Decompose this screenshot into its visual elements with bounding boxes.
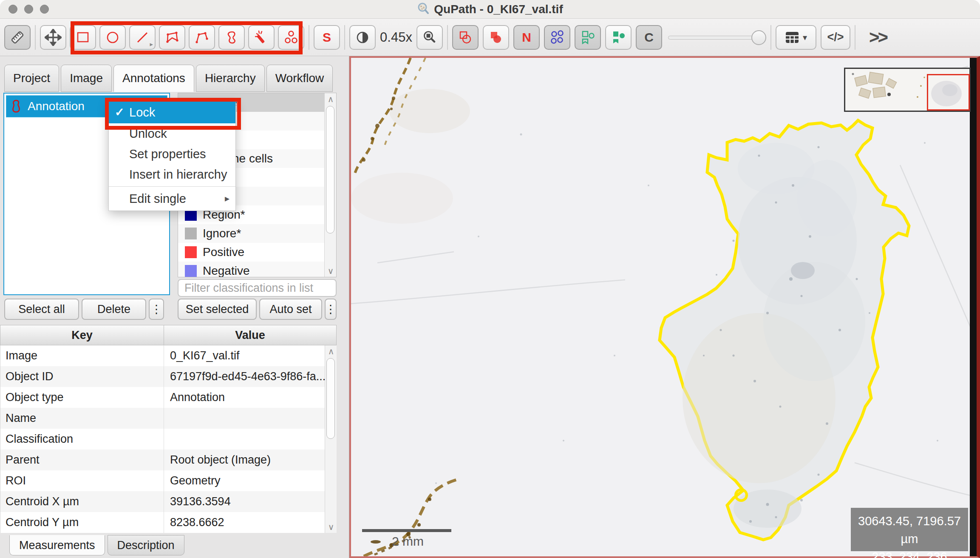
auto-set-button[interactable]: Auto set bbox=[259, 299, 322, 320]
ellipse-tool-button[interactable] bbox=[99, 25, 126, 50]
show-connections-label: C bbox=[644, 30, 654, 45]
show-annotations-button[interactable] bbox=[452, 25, 479, 50]
table-row: Object typeAnnotation bbox=[0, 387, 337, 408]
class-row-negative[interactable]: Negative bbox=[178, 262, 324, 277]
value-header[interactable]: Value bbox=[164, 325, 336, 345]
set-selected-button[interactable]: Set selected bbox=[178, 299, 257, 320]
wand-tool-button[interactable] bbox=[248, 25, 275, 50]
script-editor-button[interactable]: </> bbox=[821, 25, 850, 50]
viewport-rectangle[interactable] bbox=[927, 74, 970, 111]
table-row: Name bbox=[0, 408, 337, 429]
scalebar-line bbox=[362, 529, 451, 532]
tab-annotations[interactable]: Annotations bbox=[113, 65, 194, 92]
classification-filter-input[interactable] bbox=[178, 279, 337, 297]
measure-tool-button[interactable] bbox=[4, 25, 31, 50]
slide-viewer[interactable]: 30643.45, 7196.57 µm 233, 234, 236 2 mm bbox=[349, 56, 980, 558]
points-tool-button[interactable] bbox=[278, 25, 304, 50]
cursor-location-box: 30643.45, 7196.57 µm 233, 234, 236 bbox=[851, 508, 968, 551]
zoom-to-fit-button[interactable] bbox=[416, 25, 443, 50]
overview-thumbnail[interactable] bbox=[844, 68, 971, 112]
brightness-contrast-button[interactable] bbox=[349, 25, 376, 50]
fill-annotations-icon bbox=[488, 29, 504, 46]
menu-item-set-properties[interactable]: Set properties bbox=[109, 144, 235, 164]
brush-tool-button[interactable] bbox=[218, 25, 245, 50]
points-icon bbox=[283, 29, 299, 46]
polyline-icon bbox=[194, 29, 210, 46]
image-boundary-strip bbox=[970, 58, 977, 556]
submenu-arrow-icon: ▸ bbox=[225, 193, 229, 204]
object-properties-table: Key Value Image0_KI67_val.tif Object ID6… bbox=[0, 325, 337, 533]
selection-mode-label: S bbox=[323, 30, 331, 45]
scrollbar-thumb[interactable] bbox=[326, 106, 334, 233]
main-toolbar: ▸ S 0.45x bbox=[0, 19, 980, 56]
scroll-down-arrow[interactable]: ∨ bbox=[325, 522, 337, 532]
menu-item-edit-single[interactable]: Edit single ▸ bbox=[109, 188, 235, 209]
table-row: Image0_KI67_val.tif bbox=[0, 345, 337, 366]
brush-icon bbox=[224, 29, 240, 46]
table-row: Classification bbox=[0, 429, 337, 450]
table-row: Centroid X µm39136.3594 bbox=[0, 491, 337, 512]
tab-description[interactable]: Description bbox=[108, 535, 184, 555]
class-row-ignore[interactable]: Ignore* bbox=[178, 224, 324, 243]
window-title: QuPath - 0_KI67_val.tif bbox=[434, 3, 563, 16]
line-tool-button[interactable]: ▸ bbox=[129, 25, 156, 50]
scroll-up-arrow[interactable]: ∧ bbox=[325, 94, 337, 104]
table-icon bbox=[785, 31, 799, 44]
panel-tabs: Project Image Annotations Hierarchy Work… bbox=[4, 65, 333, 92]
magnification-label[interactable]: 0.45x bbox=[376, 30, 416, 45]
scroll-up-arrow[interactable]: ∧ bbox=[325, 346, 337, 356]
fill-detections-button[interactable] bbox=[605, 25, 632, 50]
cursor-location-microns: 30643.45, 7196.57 µm bbox=[851, 512, 968, 548]
table-dropdown-arrow: ▾ bbox=[803, 32, 807, 43]
scroll-down-arrow[interactable]: ∨ bbox=[325, 266, 337, 276]
show-detections-button[interactable] bbox=[575, 25, 601, 50]
delete-button[interactable]: Delete bbox=[82, 299, 146, 320]
key-header[interactable]: Key bbox=[0, 325, 164, 345]
annotation-more-button[interactable]: ⋮ bbox=[149, 299, 164, 320]
show-detections-icon bbox=[580, 29, 596, 46]
properties-header: Key Value bbox=[0, 325, 337, 345]
select-all-button[interactable]: Select all bbox=[4, 299, 79, 320]
tab-hierarchy[interactable]: Hierarchy bbox=[196, 65, 265, 92]
wand-icon bbox=[253, 29, 269, 46]
polyline-tool-button[interactable] bbox=[189, 25, 215, 50]
rectangle-tool-button[interactable] bbox=[70, 25, 96, 50]
annotation-context-menu: ✓ Lock Unlock Set properties Insert in h… bbox=[108, 101, 236, 211]
move-tool-button[interactable] bbox=[40, 25, 66, 50]
tab-image[interactable]: Image bbox=[61, 65, 112, 92]
polygon-tool-button[interactable] bbox=[159, 25, 185, 50]
tab-workflow[interactable]: Workflow bbox=[266, 65, 333, 92]
line-icon bbox=[134, 29, 150, 46]
menu-item-lock[interactable]: ✓ Lock bbox=[109, 101, 235, 123]
app-icon bbox=[417, 2, 430, 17]
zoom-region-icon bbox=[422, 29, 438, 46]
tab-project[interactable]: Project bbox=[4, 65, 59, 92]
class-swatch bbox=[185, 246, 197, 258]
classification-more-button[interactable]: ⋮ bbox=[325, 299, 337, 320]
show-tma-grid-button[interactable] bbox=[544, 25, 570, 50]
fill-detections-icon bbox=[610, 29, 626, 46]
slide-image bbox=[351, 58, 978, 556]
show-connections-button[interactable]: C bbox=[636, 25, 662, 50]
scrollbar-thumb[interactable] bbox=[326, 358, 335, 439]
tab-measurements[interactable]: Measurements bbox=[9, 535, 105, 555]
selection-mode-button[interactable]: S bbox=[314, 25, 340, 50]
properties-scrollbar[interactable]: ∧ ∨ bbox=[325, 345, 337, 533]
contrast-icon bbox=[354, 29, 371, 46]
classification-scrollbar[interactable]: ∧ ∨ bbox=[324, 93, 336, 277]
show-annotations-icon bbox=[457, 29, 473, 46]
measurement-table-button[interactable]: ▾ bbox=[776, 25, 816, 50]
opacity-slider-knob[interactable] bbox=[751, 30, 766, 45]
menu-item-unlock[interactable]: Unlock bbox=[109, 123, 235, 144]
fill-annotations-button[interactable] bbox=[483, 25, 509, 50]
toolbar-overflow-button[interactable]: >> bbox=[869, 27, 887, 48]
table-row: ParentRoot object (Image) bbox=[0, 450, 337, 470]
menu-item-insert-in-hierarchy[interactable]: Insert in hierarchy bbox=[109, 164, 235, 185]
ruler-icon bbox=[9, 29, 26, 46]
polygon-icon bbox=[164, 29, 180, 46]
cursor-pixel-value: 233, 234, 236 bbox=[851, 548, 968, 558]
opacity-slider[interactable] bbox=[666, 25, 766, 50]
show-names-button[interactable]: N bbox=[513, 25, 540, 50]
class-row-positive[interactable]: Positive bbox=[178, 243, 324, 262]
line-tool-dropdown-arrow[interactable]: ▸ bbox=[150, 40, 153, 48]
